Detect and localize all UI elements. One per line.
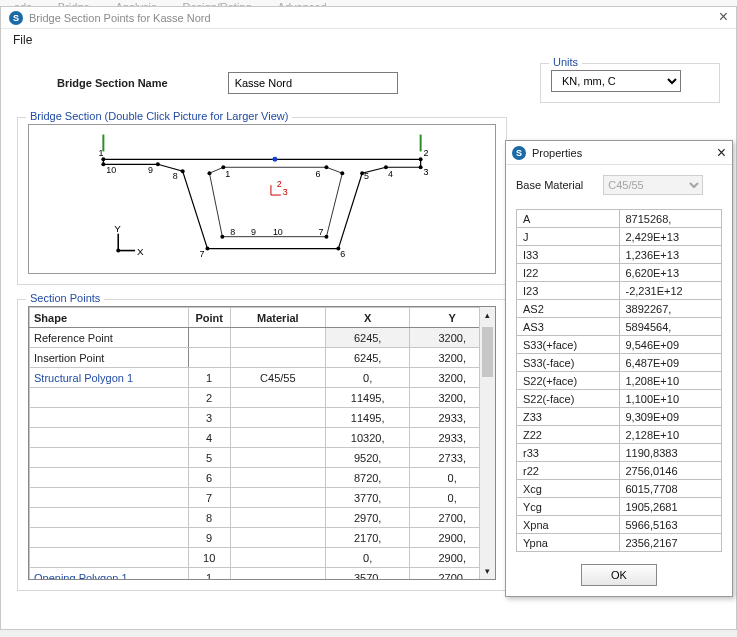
cell-point[interactable]: 5 [188,448,230,468]
cell-x[interactable]: 11495, [325,388,410,408]
close-icon[interactable]: × [717,144,726,162]
cell-point[interactable]: 1 [188,368,230,388]
cell-shape[interactable] [30,468,189,488]
table-row[interactable]: 68720,0, [30,468,495,488]
cell-shape[interactable] [30,428,189,448]
scroll-thumb[interactable] [482,327,493,377]
cell-x[interactable]: 10320, [325,428,410,448]
cell-point[interactable]: 2 [188,388,230,408]
table-row[interactable]: 59520,2733, [30,448,495,468]
cell-point[interactable]: 6 [188,468,230,488]
section-points-table[interactable]: ShapePointMaterialXY Reference Point6245… [29,307,495,580]
file-menu[interactable]: File [1,29,736,49]
cell-material[interactable]: C45/55 [230,368,325,388]
cell-shape[interactable] [30,408,189,428]
cell-x[interactable]: 11495, [325,408,410,428]
table-row[interactable]: 410320,2933, [30,428,495,448]
cell-x[interactable]: 2170, [325,528,410,548]
table-row[interactable]: Structural Polygon 11C45/550,3200, [30,368,495,388]
cell-material[interactable] [230,488,325,508]
cell-material[interactable] [230,548,325,568]
column-header[interactable]: X [325,308,410,328]
cell-shape[interactable]: Reference Point [30,328,189,348]
svg-text:10: 10 [106,165,116,175]
property-value: 2,128E+10 [619,426,722,444]
cell-shape[interactable] [30,528,189,548]
cell-material[interactable] [230,348,325,368]
property-value: 1,236E+13 [619,246,722,264]
table-scrollbar[interactable]: ▴ ▾ [479,307,495,579]
table-row[interactable]: 92170,2900, [30,528,495,548]
svg-point-15 [324,235,328,239]
property-row: AS23892267, [517,300,722,318]
base-material-select[interactable]: C45/55 [603,175,703,195]
column-header[interactable]: Material [230,308,325,328]
scroll-up-icon[interactable]: ▴ [480,307,495,323]
svg-text:7: 7 [319,227,324,237]
cell-material[interactable] [230,468,325,488]
cell-point[interactable]: 4 [188,428,230,448]
table-row[interactable]: 82970,2700, [30,508,495,528]
cell-x[interactable]: 0, [325,548,410,568]
units-select[interactable]: KN, mm, C [551,70,681,92]
table-row[interactable]: Opening Polygon 113570,2700, [30,568,495,581]
cell-x[interactable]: 6245, [325,348,410,368]
ok-button[interactable]: OK [581,564,657,586]
property-value: 8715268, [619,210,722,228]
table-row[interactable]: 211495,3200, [30,388,495,408]
cell-point[interactable]: 8 [188,508,230,528]
property-row: I331,236E+13 [517,246,722,264]
property-name: S22(+face) [517,372,620,390]
section-name-input[interactable] [228,72,398,94]
app-icon: S [512,146,526,160]
cell-point[interactable]: 1 [188,568,230,581]
property-value: 1,100E+10 [619,390,722,408]
property-value: 1,208E+10 [619,372,722,390]
cell-shape[interactable]: Opening Polygon 1 [30,568,189,581]
cell-material[interactable] [230,568,325,581]
cell-point[interactable]: 7 [188,488,230,508]
table-row[interactable]: Reference Point6245,3200, [30,328,495,348]
cell-shape[interactable] [30,388,189,408]
cell-shape[interactable] [30,488,189,508]
cell-material[interactable] [230,328,325,348]
cell-material[interactable] [230,408,325,428]
cell-x[interactable]: 0, [325,368,410,388]
close-icon[interactable]: × [719,9,728,25]
cell-point[interactable]: 3 [188,408,230,428]
cell-x[interactable]: 9520, [325,448,410,468]
table-row[interactable]: Insertion Point6245,3200, [30,348,495,368]
cell-x[interactable]: 3570, [325,568,410,581]
table-row[interactable]: 100,2900, [30,548,495,568]
cell-shape[interactable] [30,448,189,468]
cell-material[interactable] [230,448,325,468]
table-row[interactable]: 311495,2933, [30,408,495,428]
property-name: Xpna [517,516,620,534]
cell-x[interactable]: 6245, [325,328,410,348]
table-row[interactable]: 73770,0, [30,488,495,508]
cell-material[interactable] [230,528,325,548]
column-header[interactable]: Point [188,308,230,328]
scroll-down-icon[interactable]: ▾ [480,563,495,579]
cell-shape[interactable]: Structural Polygon 1 [30,368,189,388]
cell-point[interactable]: 10 [188,548,230,568]
cell-shape[interactable] [30,548,189,568]
property-row: S33(+face)9,546E+09 [517,336,722,354]
property-name: Ycg [517,498,620,516]
svg-point-17 [324,165,328,169]
column-header[interactable]: Shape [30,308,189,328]
cell-x[interactable]: 2970, [325,508,410,528]
bridge-section-picture[interactable]: 12 34 56 78 910 16 87 109 23 [28,124,496,274]
property-value: 9,309E+09 [619,408,722,426]
cell-point[interactable] [188,328,230,348]
cell-point[interactable]: 9 [188,528,230,548]
cell-shape[interactable]: Insertion Point [30,348,189,368]
cell-x[interactable]: 8720, [325,468,410,488]
cell-shape[interactable] [30,508,189,528]
cell-material[interactable] [230,508,325,528]
cell-material[interactable] [230,388,325,408]
cell-point[interactable] [188,348,230,368]
cell-material[interactable] [230,428,325,448]
cell-x[interactable]: 3770, [325,488,410,508]
section-name-label: Bridge Section Name [57,77,168,89]
